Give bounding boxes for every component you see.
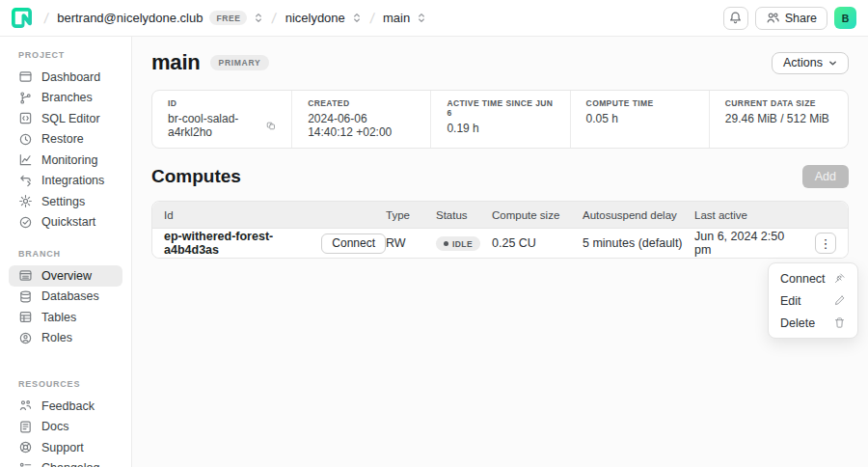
copy-icon[interactable] (266, 120, 276, 132)
monitoring-icon (18, 152, 33, 167)
databases-icon (18, 289, 33, 304)
sidebar-item-dashboard[interactable]: Dashboard (9, 67, 122, 88)
quickstart-icon (18, 215, 33, 230)
branch-id-value: br-cool-salad-a4rkl2ho (168, 112, 260, 139)
account-switcher-icon[interactable] (254, 12, 263, 24)
autosuspend-delay: 5 minutes (default) (583, 236, 694, 250)
user-avatar[interactable]: B (834, 7, 856, 29)
neon-logo-icon[interactable] (12, 8, 32, 28)
active-time-value: 0.19 h (447, 122, 478, 135)
info-label: CREATED (308, 98, 415, 108)
changelog-icon (18, 461, 33, 467)
info-cell-created: CREATED 2024-06-06 14:40:12 +02:00 (291, 91, 430, 148)
sidebar-item-label: Tables (41, 311, 76, 324)
sidebar-item-docs[interactable]: Docs (9, 417, 122, 438)
connect-icon (833, 272, 846, 285)
sidebar-item-overview[interactable]: Overview (9, 265, 122, 287)
sidebar-item-databases[interactable]: Databases (9, 287, 122, 308)
info-cell-active-time: ACTIVE TIME SINCE JUN 6 0.19 h (430, 91, 569, 148)
breadcrumb-project[interactable]: nicelydone (285, 11, 362, 25)
connect-button[interactable]: Connect (321, 234, 386, 254)
main-content: main PRIMARY Actions ID br-cool-salad-a4… (132, 37, 868, 467)
row-context-menu: Connect Edit Delete (768, 262, 858, 339)
settings-icon (18, 194, 33, 208)
sidebar-item-label: Changelog (41, 461, 99, 467)
restore-icon (18, 132, 33, 147)
delete-icon (833, 316, 846, 329)
sidebar-item-branches[interactable]: Branches (9, 88, 122, 109)
branch-switcher-icon[interactable] (417, 12, 426, 24)
account-name: bertrand@nicelydone.club (57, 11, 203, 25)
sidebar-item-changelog[interactable]: Changelog (9, 458, 122, 467)
tables-icon (18, 310, 33, 324)
sql-editor-icon (18, 111, 33, 125)
menu-item-delete[interactable]: Delete (769, 312, 857, 334)
overview-icon (18, 268, 33, 283)
row-menu-button[interactable]: ⋮ (815, 233, 836, 254)
share-button[interactable]: Share (755, 7, 827, 30)
branch-info-bar: ID br-cool-salad-a4rkl2ho CREATED 2024-0… (151, 90, 849, 149)
sidebar-item-label: Quickstart (41, 215, 95, 229)
sidebar-item-label: Support (41, 441, 84, 454)
breadcrumb-separator: / (369, 10, 376, 26)
plan-badge: FREE (209, 11, 247, 25)
dashboard-icon (18, 69, 33, 84)
top-header: / bertrand@nicelydone.club FREE / nicely… (0, 0, 868, 37)
chevron-down-icon (828, 59, 837, 68)
sidebar-item-label: Feedback (41, 399, 95, 413)
col-header-autosuspend: Autosuspend delay (583, 209, 694, 221)
edit-icon (833, 294, 846, 307)
sidebar-item-sql-editor[interactable]: SQL Editor (9, 108, 122, 129)
feedback-icon (18, 398, 33, 413)
sidebar-item-monitoring[interactable]: Monitoring (9, 150, 122, 171)
created-value: 2024-06-06 14:40:12 +02:00 (308, 112, 415, 139)
sidebar-item-tables[interactable]: Tables (9, 307, 122, 328)
sidebar-item-integrations[interactable]: Integrations (9, 171, 122, 192)
col-header-compute-size: Compute size (492, 209, 583, 221)
primary-badge: PRIMARY (210, 55, 270, 70)
add-compute-button[interactable]: Add (802, 165, 849, 188)
roles-icon (18, 331, 33, 345)
table-header-row: Id Type Status Compute size Autosuspend … (152, 202, 848, 229)
compute-size: 0.25 CU (492, 236, 583, 250)
sidebar-item-feedback[interactable]: Feedback (9, 396, 122, 417)
breadcrumb-separator: / (43, 10, 50, 26)
last-active: Jun 6, 2024 2:50 pm (694, 230, 802, 257)
compute-time-value: 0.05 h (586, 112, 618, 125)
branch-name: main (383, 11, 410, 25)
sidebar-item-restore[interactable]: Restore (9, 129, 122, 151)
info-label: ID (168, 98, 276, 108)
project-switcher-icon[interactable] (352, 12, 362, 24)
actions-label: Actions (783, 56, 823, 69)
info-label: CURRENT DATA SIZE (725, 98, 832, 108)
section-label-resources: RESOURCES (9, 379, 122, 389)
breadcrumb-branch[interactable]: main (383, 11, 426, 25)
sidebar-item-roles[interactable]: Roles (9, 328, 122, 349)
sidebar-item-label: Overview (41, 269, 92, 283)
sidebar-item-quickstart[interactable]: Quickstart (9, 212, 122, 234)
menu-item-edit[interactable]: Edit (769, 289, 857, 312)
sidebar-item-support[interactable]: Support (9, 437, 122, 458)
table-row: ep-withered-forest-a4b4d3as Connect RW I… (152, 229, 848, 258)
computes-title: Computes (151, 166, 241, 187)
menu-item-connect[interactable]: Connect (769, 267, 857, 289)
people-icon (766, 11, 780, 25)
breadcrumb-account[interactable]: bertrand@nicelydone.club FREE (57, 11, 263, 25)
endpoint-type: RW (386, 236, 436, 250)
actions-button[interactable]: Actions (772, 52, 849, 74)
sidebar: PROJECT Dashboard Branches SQL Editor Re… (0, 37, 132, 467)
notifications-button[interactable] (723, 7, 748, 30)
section-label-branch: BRANCH (9, 249, 122, 259)
col-header-type: Type (386, 209, 436, 221)
share-label: Share (785, 12, 817, 25)
sidebar-item-settings[interactable]: Settings (9, 191, 122, 212)
sidebar-item-label: Databases (41, 289, 99, 303)
info-label: ACTIVE TIME SINCE JUN 6 (447, 98, 554, 118)
sidebar-item-label: Monitoring (41, 153, 97, 167)
info-cell-compute-time: COMPUTE TIME 0.05 h (570, 91, 709, 148)
col-header-last-active: Last active (694, 209, 802, 221)
sidebar-item-label: SQL Editor (41, 112, 100, 125)
data-size-value: 29.46 MiB / 512 MiB (725, 112, 829, 125)
integrations-icon (18, 174, 33, 188)
sidebar-item-label: Dashboard (41, 70, 100, 84)
